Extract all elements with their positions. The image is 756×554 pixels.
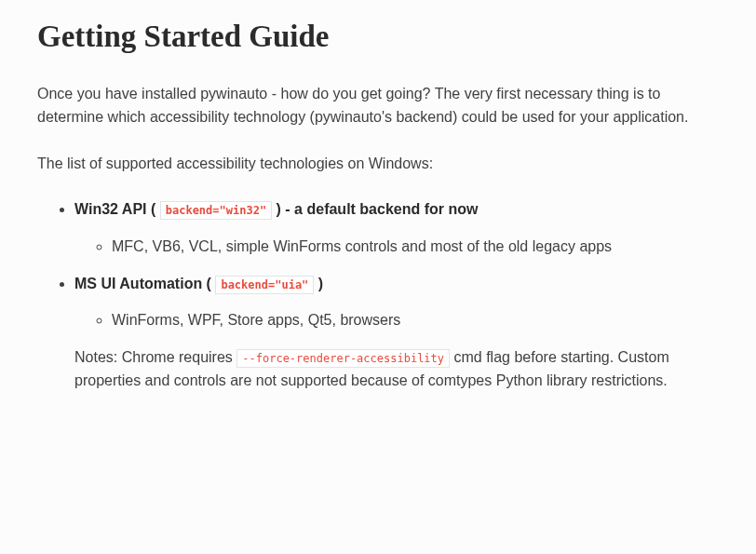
list-item: Win32 API ( backend="win32" ) - a defaul… (74, 197, 719, 258)
intro-paragraph: Once you have installed pywinauto - how … (37, 82, 719, 129)
item-title-pre: MS UI Automation ( (74, 276, 211, 291)
item-title-post: ) (318, 276, 323, 291)
notes-code: --force-renderer-accessibility (236, 349, 450, 368)
item-code: backend="uia" (215, 276, 314, 294)
list-item: MS UI Automation ( backend="uia" ) WinFo… (74, 272, 719, 393)
sub-item: WinForms, WPF, Store apps, Qt5, browsers (112, 308, 719, 332)
item-code: backend="win32" (160, 201, 272, 220)
notes-pre: Notes: Chrome requires (74, 349, 236, 365)
item-notes: Notes: Chrome requires --force-renderer-… (74, 345, 719, 393)
item-title: Win32 API ( backend="win32" ) - a defaul… (74, 197, 719, 222)
sub-item: MFC, VB6, VCL, simple WinForms controls … (112, 235, 719, 259)
item-title: MS UI Automation ( backend="uia" ) (74, 272, 719, 296)
backend-list: Win32 API ( backend="win32" ) - a defaul… (37, 197, 719, 393)
page-title: Getting Started Guide (37, 19, 719, 56)
sub-list: WinForms, WPF, Store apps, Qt5, browsers (74, 308, 719, 332)
list-intro-paragraph: The list of supported accessibility tech… (37, 152, 719, 176)
item-title-post: ) - a default backend for now (277, 201, 479, 217)
sub-list: MFC, VB6, VCL, simple WinForms controls … (74, 235, 719, 259)
item-title-pre: Win32 API ( (74, 201, 155, 217)
